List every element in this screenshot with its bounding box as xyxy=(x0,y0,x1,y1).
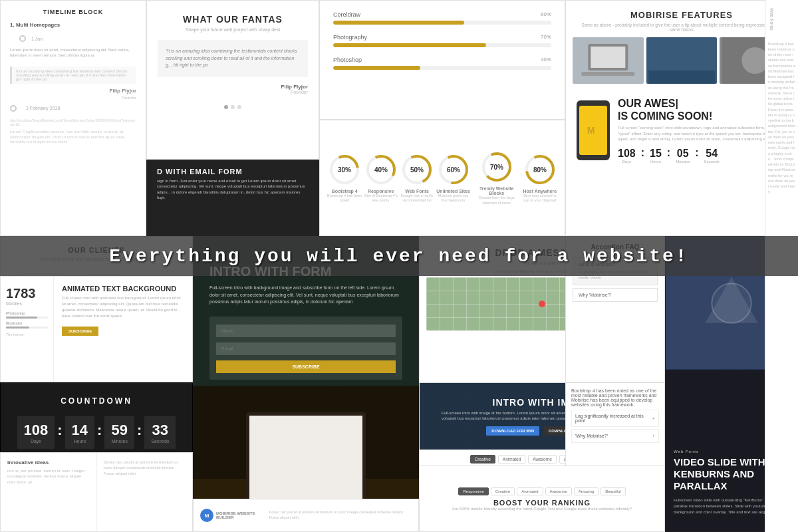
cd-seconds-label: Seconds xyxy=(151,439,169,444)
map-pin xyxy=(539,301,545,307)
animated-skill-2-bar xyxy=(6,327,29,329)
mobirise-brand-text: MOBIRISE WEBSITE BUILDER xyxy=(216,511,263,519)
svg-text:70%: 70% xyxy=(490,164,503,171)
countdown-sep-2: : xyxy=(667,147,670,159)
boost-tab-responsive[interactable]: Responsive xyxy=(458,487,488,495)
web-fonts-side-label: Web Fonts xyxy=(765,0,778,39)
timeline-date-1: 1 Jan xyxy=(31,37,43,41)
faq-item-2[interactable]: Why 'Mobirise'? xyxy=(573,288,658,302)
skill-bar-bg-coreldraw xyxy=(333,21,551,25)
boost-tab-animated[interactable]: Animated xyxy=(517,487,543,495)
features-title: MOBIRISE FEATURES xyxy=(566,1,797,23)
countdown-seconds: 54 xyxy=(704,148,720,160)
dot-2[interactable] xyxy=(231,105,235,109)
cd-sep-3: : xyxy=(137,422,142,439)
skill-bar-fill-coreldraw xyxy=(333,21,464,25)
circular-stats-panel: 30% Bootstrap 4 Bootstrap 4 has been not… xyxy=(319,120,565,236)
stat-host: 80% Host Anywhere Best host yourself is … xyxy=(522,153,558,203)
innovative-panel: Innovative ideas nec ut, pec portiore. t… xyxy=(0,452,193,532)
main-banner: Everything you will ever need for a webs… xyxy=(0,236,798,276)
timeline-dot-2 xyxy=(10,105,17,112)
stat-label-bootstrap: Bootstrap 4 xyxy=(332,189,358,194)
intro-form-form: SUBSCRIBE xyxy=(209,317,402,380)
mobirise-logo-circle: M xyxy=(200,509,213,522)
timeline-panel: TIMELINE BLOCK 1. Multi Homepages 1 Jan … xyxy=(0,0,146,236)
dot-1[interactable] xyxy=(224,105,228,109)
web-fonts-side-text: Bootstrap 4 has been noted as one of the… xyxy=(765,39,798,198)
boost-ranking-panel: Responsive Creative Animated Awesome Ama… xyxy=(419,466,665,532)
timeline-person: Filip Flyjor xyxy=(10,88,136,94)
cd-minutes-block: 59 Minutes xyxy=(104,416,134,449)
skill-bar-fill-photography xyxy=(333,43,486,47)
boost-tab-beautiful[interactable]: Beautiful xyxy=(600,487,625,495)
faq-question-2: Why 'Mobirise'? xyxy=(579,293,652,297)
countdown-seconds-block: 54 Seconds xyxy=(704,148,720,164)
faq-expandable-1[interactable]: Lag significantly increased at this poin… xyxy=(571,410,659,427)
timeline-section1-title: 1. Multi Homepages xyxy=(10,22,136,28)
expand-icon-1: + xyxy=(652,416,655,422)
stat-label-host: Host Anywhere xyxy=(523,189,557,194)
timeline-date-2: 2 February 2018 xyxy=(26,106,60,110)
boost-tab-awesome[interactable]: Awesome xyxy=(545,487,572,495)
timeline-body-text: Lorem Fingilla porttitor pretium, has er… xyxy=(1,128,146,146)
innovative-title: Innovative ideas xyxy=(7,460,90,466)
intro-form-name-input[interactable] xyxy=(216,325,396,337)
banner-text: Everything you will ever need for a webs… xyxy=(109,246,688,267)
fantasies-title: WHAT OUR FANTAS xyxy=(147,1,319,27)
stat-label-trendy: Trendy Website Blocks xyxy=(471,186,522,196)
tab-animated[interactable]: Animated xyxy=(498,455,525,464)
tab-awesome[interactable]: Awesome xyxy=(528,455,556,464)
features-web-fonts-label: Web Fonts xyxy=(566,89,797,94)
countdown-hours: 15 xyxy=(650,148,662,160)
collage-container: TIMELINE BLOCK 1. Multi Homepages 1 Jan … xyxy=(0,0,798,532)
animated-number: 1783 xyxy=(6,286,48,301)
stat-webfonts: 50% Web Fonts Google has a highly recomm… xyxy=(399,153,435,203)
animated-subscribe-button[interactable]: SUBSCRIBE xyxy=(62,327,98,336)
features-side-text-1: Bootstrap 4 has been noted as one of the… xyxy=(571,388,659,407)
cd-seconds-block: 33 Seconds xyxy=(144,416,176,449)
stat-desc-host: Best host yourself is just at your dispo… xyxy=(522,194,558,203)
stat-desc-trendy: Choose from the large selection of items xyxy=(478,196,515,205)
skill-pct-coreldraw: 60% xyxy=(541,11,551,21)
email-form-panel: D WITH EMAIL FORM sign in form. Just ent… xyxy=(146,160,319,236)
skills-panel: Coreldraw 60% Photography 70% Photoshop … xyxy=(319,0,565,120)
animated-skill-1-bar xyxy=(6,317,37,319)
countdown-seconds-label: Seconds xyxy=(704,160,720,164)
skill-photoshop: Photoshop 40% xyxy=(333,57,551,70)
innovative-text: nec ut, pec portiore. tuntum ut nunc. In… xyxy=(7,468,90,485)
countdown-hours-label: Hours xyxy=(650,160,662,164)
intro-form-email-input[interactable] xyxy=(216,342,396,355)
innovative-text-2: Donec nec piscet at portiore fermentum u… xyxy=(104,460,186,476)
stat-label-unlimited: Unlimited Sites xyxy=(436,189,470,194)
countdown-sep-3: : xyxy=(695,147,698,159)
boost-tab-creative[interactable]: Creative xyxy=(491,487,515,495)
animated-unit: Mobiles xyxy=(6,301,48,306)
download-win-button[interactable]: DOWNLOAD FOR WIN xyxy=(486,426,539,436)
faq-expandable-2[interactable]: 'Why Mobirise?' + xyxy=(571,429,659,443)
cd-days-block: 108 Days xyxy=(17,416,55,449)
fantasies-person-name: Filip Flyjor xyxy=(158,84,308,90)
countdown-days-block: 108 Days xyxy=(618,148,636,164)
boost-tab-amazing[interactable]: Amazing xyxy=(574,487,598,495)
stat-unlimited: 60% Unlimited Sites Mobirise gives you t… xyxy=(435,153,471,203)
cd-hours-label: Hours xyxy=(72,439,88,444)
stat-responsive: 40% Responsive One of Bootstrap 4's key … xyxy=(362,153,398,203)
intro-form-submit-button[interactable]: SUBSCRIBE xyxy=(216,360,396,373)
cd-minutes: 59 xyxy=(111,422,128,439)
svg-rect-20 xyxy=(581,72,634,76)
stat-desc-webfonts: Google has a highly recommended list xyxy=(399,194,435,203)
skill-label-coreldraw: Coreldraw xyxy=(333,11,360,18)
countdown-sep-1: : xyxy=(641,147,644,159)
svg-point-27 xyxy=(712,283,751,323)
cd-days: 108 xyxy=(24,422,49,439)
fantasies-subtitle: Shape your future web project with sharp… xyxy=(147,27,319,32)
countdown-minutes: 05 xyxy=(676,148,690,160)
svg-text:50%: 50% xyxy=(410,166,424,174)
tab-creative[interactable]: Creative xyxy=(470,455,495,464)
svg-rect-22 xyxy=(648,70,715,84)
countdown-title: COUNTDOWN xyxy=(1,383,192,416)
countdown-hours-block: 15 Hours xyxy=(650,148,662,164)
dot-3[interactable] xyxy=(237,105,241,109)
svg-rect-31 xyxy=(249,416,362,502)
skill-coreldraw: Coreldraw 60% xyxy=(333,11,551,25)
